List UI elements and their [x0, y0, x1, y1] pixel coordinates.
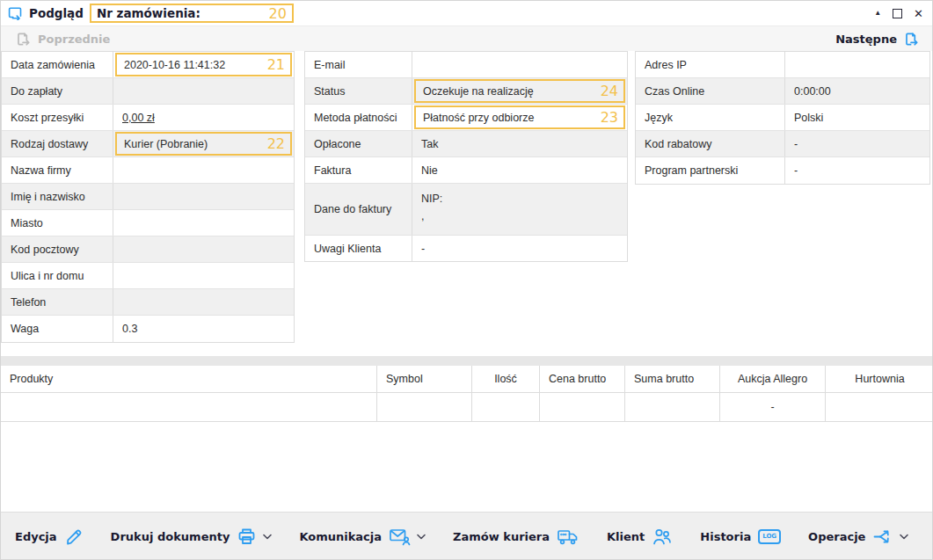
print-documents-button[interactable]: Drukuj dokumenty: [111, 527, 273, 546]
next-label: Następne: [835, 33, 897, 46]
table-row: Rodzaj dostawy Kurier (Pobranie) 22: [2, 131, 294, 157]
window-export-icon: [8, 6, 23, 20]
previous-label: Poprzednie: [38, 33, 110, 46]
product-wholesaler-cell: [826, 393, 933, 421]
action-toolbar: Edycja Drukuj dokumenty Komunikacja: [1, 512, 932, 560]
product-price-cell: [540, 393, 625, 421]
table-row: Faktura Nie: [305, 157, 627, 184]
row-label: Koszt przesyłki: [2, 105, 113, 130]
collapse-icon[interactable]: ▲: [874, 10, 881, 17]
table-row: Kod rabatowy -: [636, 131, 929, 157]
table-row: Kod pocztowy: [2, 236, 294, 263]
row-label: Miasto: [2, 210, 113, 236]
row-label: Faktura: [305, 157, 412, 183]
page-arrow-icon: [15, 31, 32, 47]
delivery-type-value: Kurier (Pobranie): [124, 138, 208, 150]
delivery-type-highlight-box: Kurier (Pobranie) 22: [115, 132, 292, 156]
row-value: [113, 157, 294, 183]
annotation-24: 24: [601, 83, 618, 99]
invoice-data-value: NIP: ,: [412, 184, 627, 235]
status-value: Oczekuje na realizację: [423, 85, 534, 98]
status-highlight-box: Oczekuje na realizację 24: [414, 79, 625, 103]
product-total-cell: [625, 393, 720, 421]
maximize-icon[interactable]: [893, 9, 902, 18]
row-value: [113, 184, 294, 209]
row-label: Data zamówienia: [2, 52, 113, 77]
next-order-button[interactable]: Następne: [835, 31, 920, 47]
table-row: Uwagi Klienta -: [305, 236, 627, 261]
pager-bar: Poprzednie Następne: [1, 26, 932, 51]
table-row: Dane do faktury NIP: ,: [305, 184, 627, 236]
chevron-down-icon[interactable]: [417, 534, 426, 540]
previous-order-button[interactable]: Poprzednie: [15, 31, 110, 47]
table-row: Program partnerski -: [636, 157, 929, 184]
shipping-cost-link[interactable]: 0,00 zł: [122, 112, 155, 124]
table-row: Czas Online 0:00:00: [636, 78, 929, 105]
operations-button[interactable]: Operacje: [808, 527, 908, 546]
row-value: [113, 78, 294, 104]
session-details-table: Adres IP Czas Online 0:00:00 Język Polsk…: [635, 51, 930, 185]
row-value: [412, 52, 627, 77]
column-header: Produkty: [1, 366, 377, 392]
row-label: Do zapłaty: [2, 78, 113, 104]
annotation-22: 22: [267, 135, 285, 152]
product-symbol-cell: [377, 393, 472, 421]
delivery-type-cell: Kurier (Pobranie) 22: [113, 131, 294, 156]
column-header: Ilość: [472, 366, 540, 392]
row-value: [785, 52, 929, 77]
close-window-icon[interactable]: ✕: [914, 8, 923, 19]
language-value: Polski: [785, 105, 929, 130]
table-row: Telefon: [2, 289, 294, 316]
products-table: Produkty Symbol Ilość Cena brutto Suma b…: [1, 366, 933, 422]
payment-method-value: Płatność przy odbiorze: [423, 112, 534, 124]
row-label: Opłacone: [305, 131, 412, 156]
chevron-down-icon[interactable]: [900, 534, 908, 540]
order-number-highlight-box: Nr zamówienia: 20: [90, 4, 294, 23]
chevron-down-icon[interactable]: [263, 534, 272, 540]
row-label: Telefon: [2, 289, 113, 315]
order-preview-window: Podgląd Nr zamówienia: 20 ▲ ✕ Poprzednie…: [0, 0, 933, 560]
operations-label: Operacje: [808, 530, 865, 543]
table-row: Nazwa firmy: [2, 157, 294, 184]
page-title: Podgląd: [29, 6, 84, 20]
order-date-highlight-box: 2020-10-16 11:41:32 21: [115, 53, 292, 76]
table-row: Język Polski: [636, 105, 929, 131]
status-cell: Oczekuje na realizację 24: [412, 78, 627, 104]
products-header-row: Produkty Symbol Ilość Cena brutto Suma b…: [1, 366, 933, 393]
customer-notes-value: -: [412, 236, 627, 261]
payment-method-cell: Płatność przy odbiorze 23: [412, 105, 627, 130]
order-courier-label: Zamów kuriera: [453, 530, 550, 543]
history-button[interactable]: Historia LOG: [700, 529, 781, 544]
row-value: [113, 210, 294, 236]
column-header: Suma brutto: [625, 366, 720, 392]
payment-details-table: E-mail Status Oczekuje na realizację 24 …: [304, 51, 628, 262]
paid-value: Tak: [412, 131, 627, 156]
table-row: Ulica i nr domu: [2, 263, 294, 289]
order-date-cell: 2020-10-16 11:41:32 21: [113, 52, 294, 77]
row-label: Metoda płatności: [305, 105, 412, 130]
order-courier-button[interactable]: Zamów kuriera: [453, 527, 579, 546]
product-row[interactable]: -: [1, 393, 933, 421]
row-label: Status: [305, 78, 412, 104]
partner-program-value: -: [785, 157, 929, 184]
table-row: Waga 0.3: [2, 316, 294, 342]
customer-button[interactable]: Klient: [607, 527, 673, 546]
invoice-value: Nie: [412, 157, 627, 183]
table-row: Adres IP: [636, 52, 929, 78]
annotation-23: 23: [601, 109, 618, 126]
edit-button[interactable]: Edycja: [15, 527, 84, 547]
product-qty-cell: [472, 393, 540, 421]
order-details-area: Data zamówienia 2020-10-16 11:41:32 21 D…: [1, 51, 932, 512]
people-icon: [652, 527, 673, 546]
printer-icon: [237, 527, 257, 546]
product-allegro-cell: -: [720, 393, 826, 421]
section-divider: [1, 356, 932, 366]
row-label: Ulica i nr domu: [2, 263, 113, 288]
table-row: Imię i nazwisko: [2, 184, 294, 210]
table-row: E-mail: [305, 52, 627, 78]
annotation-20: 20: [269, 5, 287, 22]
history-label: Historia: [700, 530, 751, 543]
edit-label: Edycja: [15, 530, 57, 543]
communication-button[interactable]: Komunikacja: [299, 527, 426, 546]
row-value: [113, 236, 294, 262]
